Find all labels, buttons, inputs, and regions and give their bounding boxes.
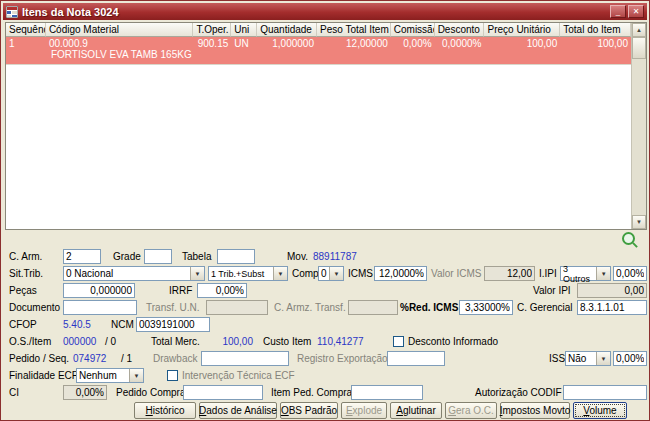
gera-oc-button[interactable]: Gera O.C. <box>445 402 497 419</box>
explode-button[interactable]: Explode <box>341 402 387 419</box>
pedido-value: 074972 <box>73 353 106 364</box>
pedido-seq-label: Pedido / Seq. <box>9 353 69 364</box>
chevron-down-icon[interactable]: ▼ <box>329 267 343 280</box>
registro-exportacao-field[interactable] <box>387 351 445 366</box>
cell-comissao: 0,00% <box>391 37 435 64</box>
total-merc-value: 100,00 <box>211 336 253 347</box>
items-grid: Sequência Código Material T.Oper. Uni Qu… <box>5 22 647 230</box>
irrf-field[interactable] <box>197 283 247 298</box>
ncm-field[interactable] <box>136 317 210 332</box>
grid-header: Sequência Código Material T.Oper. Uni Qu… <box>6 23 631 37</box>
chevron-down-icon[interactable]: ▼ <box>273 267 287 280</box>
drawback-field[interactable] <box>201 351 289 366</box>
red-icms-label: %Red. ICMS <box>400 302 458 313</box>
drawback-label: Drawback <box>153 353 197 364</box>
grid-body: Sequência Código Material T.Oper. Uni Qu… <box>6 23 631 229</box>
historico-button[interactable]: Histórico <box>134 402 196 419</box>
transf-un-label: Transf. U.N. <box>146 302 200 313</box>
grade-field[interactable] <box>144 249 172 264</box>
vertical-scrollbar[interactable]: ▲ ▼ <box>631 23 646 229</box>
os-item-label: O.S./Item <box>9 336 51 347</box>
intervencao-ecf-label: Intervenção Técnica ECF <box>182 370 295 381</box>
finalidade-ecf-select[interactable]: Nenhum▼ <box>76 368 144 383</box>
ci-label: CI <box>9 387 19 398</box>
autorizacao-codif-field[interactable] <box>563 385 647 400</box>
compl-select[interactable]: 0▼ <box>318 266 344 281</box>
iss-select[interactable]: Não▼ <box>565 351 611 366</box>
impostos-movto-button[interactable]: Impostos Movto <box>500 402 570 419</box>
minimize-button[interactable]: _ <box>610 5 626 18</box>
valor-icms-label: Valor ICMS <box>431 268 481 279</box>
total-merc-label: Total Merc. <box>151 336 200 347</box>
table-row[interactable]: 1 00.000.9 FORTISOLV EVA TAMB 165KG 900.… <box>6 37 631 65</box>
pecas-label: Peças <box>9 285 37 296</box>
sit-trib-label: Sit.Trib. <box>9 268 43 279</box>
cell-uni: UN <box>231 37 257 64</box>
scroll-up-icon[interactable]: ▲ <box>632 23 646 37</box>
ci-field <box>63 385 107 400</box>
tabela-field[interactable] <box>217 249 255 264</box>
documento-field[interactable] <box>63 300 137 315</box>
scrollbar-thumb[interactable] <box>632 37 646 59</box>
custo-item-value: 110,41277 <box>317 336 364 347</box>
cfop-value: 5.40.5 <box>63 319 91 330</box>
pedido-seq-value: / 1 <box>121 353 132 364</box>
c-gerencial-field[interactable] <box>577 300 647 315</box>
column-header-peso: Peso Total Item <box>317 23 391 37</box>
irrf-label: IRRF <box>169 285 192 296</box>
valor-ipi-field <box>577 283 647 298</box>
iss-label: ISS <box>549 353 565 364</box>
cell-toper: 900.15 <box>193 37 231 64</box>
item-ped-compra-label: Item Ped. Compra <box>271 387 352 398</box>
column-header-total: Total do Item <box>560 23 631 37</box>
chevron-down-icon[interactable]: ▼ <box>596 267 610 280</box>
scrollbar-track[interactable] <box>632 37 646 215</box>
documento-label: Documento <box>9 302 60 313</box>
valor-ipi-label: Valor IPI <box>533 285 571 296</box>
dados-analise-button[interactable]: Dados de Análise <box>199 402 277 419</box>
tabela-label: Tabela <box>182 251 211 262</box>
obs-padrao-button[interactable]: OBS Padrão <box>280 402 338 419</box>
close-button[interactable]: ✕ <box>628 5 644 18</box>
red-icms-field[interactable] <box>459 300 513 315</box>
zoom-icon[interactable] <box>622 232 635 245</box>
c-arm-field[interactable] <box>63 249 101 264</box>
pecas-field[interactable] <box>63 283 135 298</box>
chevron-down-icon[interactable]: ▼ <box>129 369 143 382</box>
window-title: Itens da Nota 3024 <box>22 6 119 18</box>
registro-exportacao-label: Registro Exportação <box>297 353 388 364</box>
scroll-down-icon[interactable]: ▼ <box>632 215 646 229</box>
grade-label: Grade <box>113 251 141 262</box>
mov-label: Mov. <box>287 251 308 262</box>
sit-trib-select[interactable]: 0 Nacional▼ <box>63 266 205 281</box>
pedido-compra-label: Pedido Compra <box>116 387 185 398</box>
column-header-sequencia: Sequência <box>6 23 46 37</box>
ipi-pct-field[interactable] <box>613 266 647 281</box>
finalidade-ecf-label: Finalidade ECF <box>9 370 78 381</box>
cell-descricao: FORTISOLV EVA TAMB 165KG <box>49 49 191 60</box>
c-armz-transf-label: C. Armz. Transf. <box>274 302 346 313</box>
cell-peso: 12,00000 <box>317 37 391 64</box>
cell-codigo: 00.000.9 <box>49 38 191 49</box>
valor-icms-field <box>484 266 535 281</box>
chevron-down-icon[interactable]: ▼ <box>190 267 204 280</box>
ncm-label: NCM <box>111 319 134 330</box>
intervencao-ecf-checkbox[interactable] <box>167 370 178 381</box>
cell-desconto: 0,0000% <box>435 37 485 64</box>
ipi-select[interactable]: 3 Outros▼ <box>560 266 611 281</box>
autorizacao-codif-label: Autorização CODIF <box>475 387 562 398</box>
compl-label: Compl <box>292 268 321 279</box>
c-gerencial-label: C. Gerencial <box>517 302 573 313</box>
chevron-down-icon[interactable]: ▼ <box>596 352 610 365</box>
iss-pct-field[interactable] <box>613 351 647 366</box>
desconto-informado-checkbox[interactable] <box>393 336 404 347</box>
titlebar[interactable]: Itens da Nota 3024 _ ✕ <box>3 3 647 20</box>
column-header-quantidade: Quantidade <box>257 23 317 37</box>
aglutinar-button[interactable]: Aglutinar <box>390 402 442 419</box>
volume-button[interactable]: Volume <box>573 402 627 419</box>
ipi-label: I.IPI <box>539 268 557 279</box>
pedido-compra-field[interactable] <box>183 385 263 400</box>
trib-subst-select[interactable]: 1 Trib.+Subst▼ <box>208 266 288 281</box>
item-ped-compra-field[interactable] <box>351 385 423 400</box>
icms-field[interactable] <box>374 266 427 281</box>
